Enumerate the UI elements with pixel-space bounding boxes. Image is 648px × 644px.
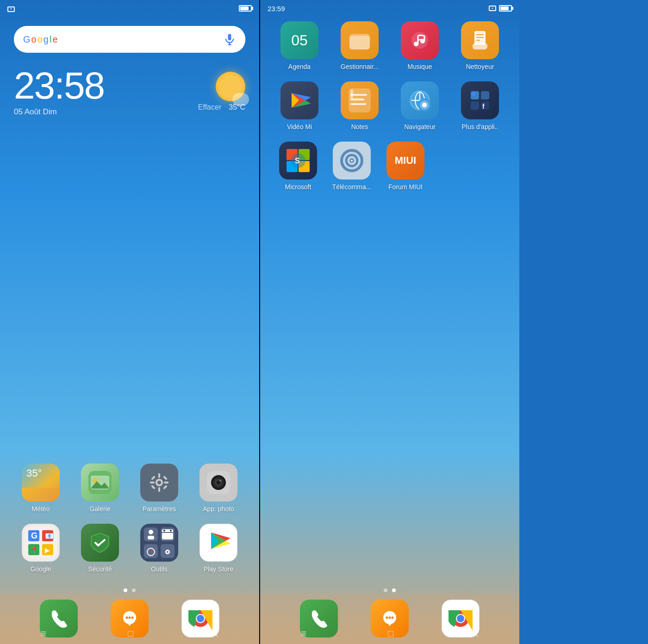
right-nav-menu[interactable]: ≡ (301, 628, 306, 640)
search-bar[interactable]: G o o g l e (14, 26, 245, 53)
app-galerie[interactable]: Galerie (75, 464, 125, 513)
svg-point-34 (149, 530, 153, 534)
app-meteo[interactable]: 35° Météo (16, 464, 66, 513)
dot-2 (132, 588, 136, 592)
right-time: 23:59 (268, 5, 285, 12)
svg-point-55 (131, 617, 133, 619)
cleaner-icon (470, 30, 490, 50)
folder-icon (349, 29, 371, 51)
app-google[interactable]: G 📧 📍 ▶ Google (16, 524, 66, 573)
security-icon (90, 532, 110, 554)
app-securite[interactable]: Sécurité (75, 524, 125, 573)
app-securite-label: Sécurité (88, 565, 112, 573)
svg-rect-35 (148, 536, 154, 539)
app-plus-label: Plus d'appli.. (462, 123, 498, 130)
app-navigateur[interactable]: Navigateur (395, 81, 445, 130)
app-agenda[interactable]: 05 Agenda (274, 21, 324, 70)
right-nav-bar: ≡ □ ‹ (260, 628, 519, 640)
svg-point-64 (420, 39, 425, 43)
app-playstore[interactable]: Play Store (193, 524, 243, 573)
app-video-label: Vidéo Mi (287, 123, 312, 130)
svg-point-54 (128, 617, 131, 619)
svg-rect-11 (150, 482, 155, 483)
app-parametres[interactable]: Paramètres (134, 464, 184, 513)
app-forum[interactable]: MIUI Forum MIUI (380, 142, 430, 191)
app-nettoyeur-label: Nettoyeur (466, 63, 494, 70)
right-nav-back[interactable]: ‹ (475, 628, 479, 640)
playstore-icon (206, 531, 231, 555)
app-gestionnaire[interactable]: Gestionnair... (335, 21, 385, 70)
video-icon (288, 91, 311, 110)
settings-icon (149, 472, 169, 493)
camera-icon (207, 471, 230, 494)
svg-point-22 (219, 480, 221, 482)
right-nav-home[interactable]: □ (388, 628, 393, 640)
weather-clear: Effacer (198, 103, 221, 111)
extra-space (519, 0, 648, 644)
svg-rect-74 (350, 103, 366, 105)
app-playstore-label: Play Store (204, 565, 234, 573)
tools-folder-icon (140, 524, 178, 562)
svg-point-46 (167, 551, 168, 553)
app-outils-label: Outils (151, 565, 168, 573)
svg-text:G: G (31, 531, 37, 540)
nav-menu[interactable]: ≡ (41, 628, 46, 640)
nav-home[interactable]: □ (128, 628, 133, 640)
svg-point-39 (163, 530, 165, 532)
svg-text:▶: ▶ (45, 546, 50, 554)
svg-rect-0 (228, 34, 231, 40)
nav-back[interactable]: ‹ (215, 628, 218, 640)
app-nettoyeur[interactable]: Nettoyeur (455, 21, 505, 70)
app-telecomma[interactable]: Télécomma... (327, 142, 377, 191)
app-row-1: 35° Météo Galerie (11, 464, 248, 513)
clock-area: 23:58 05 Août Dim Effacer 35°C (14, 67, 245, 117)
app-meteo-label: Météo (32, 505, 50, 513)
right-chrome-icon (449, 607, 473, 631)
svg-point-99 (351, 160, 353, 161)
right-row-1: 05 Agenda Gestionnair... (269, 21, 510, 70)
svg-rect-10 (158, 487, 160, 492)
svg-rect-13 (151, 476, 156, 480)
left-app-grid: 35° Météo Galerie (0, 464, 259, 584)
app-photo[interactable]: App. photo (193, 464, 243, 513)
phone-icon (49, 608, 69, 629)
mic-icon[interactable] (223, 33, 236, 46)
svg-point-103 (388, 617, 391, 619)
svg-point-108 (457, 615, 464, 622)
svg-point-53 (125, 617, 128, 619)
svg-rect-86 (481, 91, 489, 99)
dot-1 (124, 588, 127, 592)
svg-rect-87 (471, 101, 479, 110)
chrome-icon (188, 607, 212, 631)
svg-point-63 (414, 42, 418, 46)
app-google-label: Google (30, 565, 51, 573)
svg-marker-101 (387, 622, 393, 626)
app-plus[interactable]: f Plus d'appli.. (455, 81, 505, 130)
notes-icon (346, 87, 374, 114)
plus-appli-icon: f (468, 89, 492, 112)
right-battery-icon (499, 5, 512, 12)
svg-rect-9 (158, 473, 160, 478)
app-microsoft[interactable]: S Microsoft (273, 142, 323, 191)
app-parametres-label: Paramètres (143, 505, 176, 513)
app-outils[interactable]: Outils (134, 524, 184, 573)
app-galerie-label: Galerie (89, 505, 110, 513)
right-screen: 23:59 05 Agenda (260, 0, 519, 644)
svg-rect-66 (473, 43, 487, 50)
app-musique[interactable]: Musique (395, 21, 445, 70)
svg-point-85 (472, 92, 475, 96)
clock-time: 23:58 (14, 67, 104, 105)
svg-text:S: S (295, 157, 300, 165)
telecomma-icon (338, 147, 366, 174)
svg-rect-15 (151, 485, 156, 489)
right-dot-2 (392, 588, 396, 592)
svg-text:📍: 📍 (30, 546, 38, 554)
messages-icon (119, 608, 140, 629)
app-telecomma-label: Télécomma... (332, 183, 372, 191)
weather-sun-icon (216, 72, 245, 101)
app-video[interactable]: Vidéo Mi (274, 81, 324, 130)
svg-rect-75 (350, 89, 353, 99)
app-notes[interactable]: Notes (335, 81, 385, 130)
svg-text:f: f (482, 103, 485, 110)
left-page-dots (0, 588, 259, 592)
